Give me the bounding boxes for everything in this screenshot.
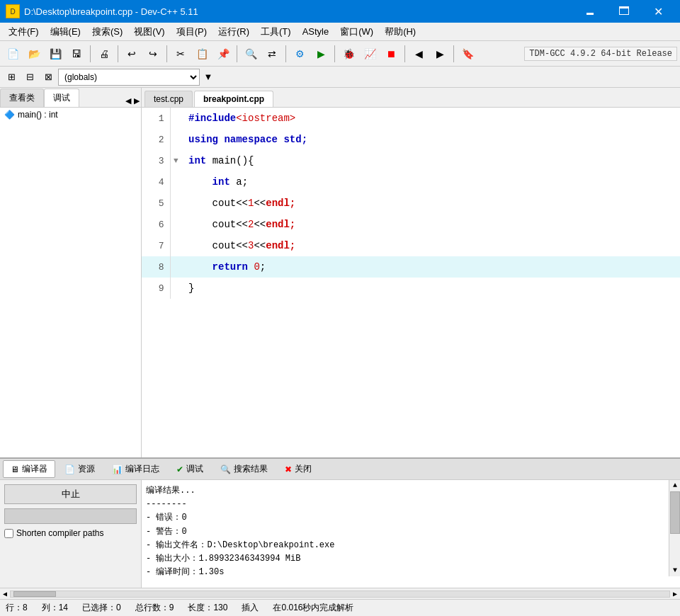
output-line: - 错误：0 [146, 511, 676, 525]
bottom-tab-search[interactable]: 🔍 搜索结果 [212, 460, 276, 478]
bottom-panel: 🖥 编译器 📄 资源 📊 编译日志 ✔ 调试 🔍 搜索结果 ✖ 关闭 [0, 457, 680, 599]
class-browser-btn3[interactable]: ⊠ [40, 69, 57, 86]
class-browser-btn1[interactable]: ⊞ [3, 69, 20, 86]
nav-tab-classes[interactable]: 查看类 [0, 89, 44, 107]
redo-button[interactable]: ↪ [143, 44, 163, 64]
stop-compile-button[interactable]: 中止 [4, 484, 137, 504]
code-cell-2[interactable]: using namespace std; [181, 129, 680, 150]
app: D D:\Desktop\breakpoint.cpp - Dev-C++ 5.… [0, 0, 680, 616]
profile-button[interactable]: 📈 [360, 44, 380, 64]
code-line-7: 7 cout<<3<<endl; [142, 235, 680, 256]
hscroll-right-btn[interactable]: ▶ [673, 590, 677, 598]
code-cell-5[interactable]: cout<<1<<endl; [181, 193, 680, 214]
debug-tab-label: 调试 [186, 463, 203, 475]
bottom-tabs: 🖥 编译器 📄 资源 📊 编译日志 ✔ 调试 🔍 搜索结果 ✖ 关闭 [0, 459, 680, 480]
debug-button[interactable]: 🐞 [339, 44, 358, 64]
bottom-tab-compiler[interactable]: 🖥 编译器 [3, 460, 55, 478]
bookmark-toggle[interactable]: 🔖 [458, 44, 477, 64]
code-cell-3[interactable]: int main(){ [181, 150, 680, 171]
output-line: - 警告：0 [146, 525, 676, 539]
menu-window[interactable]: 窗口(W) [334, 24, 379, 40]
sep8 [453, 45, 454, 62]
print-button[interactable]: 🖨 [94, 44, 114, 64]
vscroll-up-btn[interactable]: ▲ [669, 480, 680, 491]
forward-button[interactable]: ▶ [430, 44, 450, 64]
code-cell-1[interactable]: #include<iostream> [181, 108, 680, 129]
code-cell-8[interactable]: return 0; [181, 256, 680, 278]
cut-button[interactable]: ✂ [171, 44, 191, 64]
line-number-3: 3 [142, 150, 170, 171]
minimize-button[interactable]: 🗕 [574, 0, 606, 23]
maximize-button[interactable]: 🗖 [608, 0, 640, 23]
dropdown-arrow[interactable]: ▼ [200, 69, 217, 86]
replace-button[interactable]: ⇄ [262, 44, 282, 64]
code-cell-4[interactable]: int a; [181, 171, 680, 193]
shorten-paths-row: Shorten compiler paths [4, 528, 137, 538]
class-tree-item[interactable]: 🔷 main() : int [0, 108, 141, 122]
save-all-button[interactable]: 🖫 [67, 44, 86, 64]
fold-btn-6 [170, 214, 181, 235]
hscroll-left-btn[interactable]: ◀ [3, 590, 7, 598]
menu-help[interactable]: 帮助(H) [379, 24, 421, 40]
line-number-6: 6 [142, 214, 170, 235]
tab-breakpoint-cpp[interactable]: breakpoint.cpp [194, 91, 273, 107]
compiler-info: TDM-GCC 4.9.2 64-bit Release [524, 47, 677, 61]
bottom-hscroll-row: ◀ ▶ [0, 588, 680, 599]
code-area[interactable]: 1#include<iostream>2using namespace std;… [142, 108, 680, 457]
bottom-tab-debug[interactable]: ✔ 调试 [169, 460, 211, 478]
save-file-button[interactable]: 💾 [45, 44, 65, 64]
nav-tab-debug[interactable]: 调试 [44, 89, 79, 107]
code-line-3: 3▼int main(){ [142, 150, 680, 171]
stop-run-button[interactable]: ⏹ [381, 44, 401, 64]
menu-search[interactable]: 搜索(S) [86, 24, 128, 40]
paste-button[interactable]: 📌 [213, 44, 233, 64]
hscroll-bar[interactable] [10, 591, 670, 598]
line-number-8: 8 [142, 256, 170, 278]
status-bar: 行：8 列：14 已选择：0 总行数：9 长度：130 插入 在0.016秒内完… [0, 599, 680, 616]
vscroll-down-btn[interactable]: ▼ [669, 565, 680, 576]
editor-tabs: test.cpp breakpoint.cpp [142, 88, 275, 107]
shorten-paths-checkbox[interactable] [4, 529, 13, 538]
title-bar: D D:\Desktop\breakpoint.cpp - Dev-C++ 5.… [0, 0, 680, 23]
class-browser-btn2[interactable]: ⊟ [21, 69, 38, 86]
run-button[interactable]: ▶ [311, 44, 331, 64]
bottom-tab-close[interactable]: ✖ 关闭 [277, 460, 319, 478]
status-parse: 在0.016秒内完成解析 [273, 602, 353, 614]
fold-btn-3[interactable]: ▼ [170, 150, 181, 171]
bottom-tab-compile-log[interactable]: 📊 编译日志 [104, 460, 167, 478]
code-cell-6[interactable]: cout<<2<<endl; [181, 214, 680, 235]
menu-astyle[interactable]: AStyle [297, 25, 335, 38]
undo-button[interactable]: ↩ [122, 44, 142, 64]
code-cell-9[interactable]: } [181, 278, 680, 299]
code-cell-7[interactable]: cout<<3<<endl; [181, 235, 680, 256]
sep1 [90, 45, 91, 62]
compile-button[interactable]: ⚙ [290, 44, 310, 64]
menu-view[interactable]: 视图(V) [128, 24, 170, 40]
open-file-button[interactable]: 📂 [24, 44, 44, 64]
nav-tab-prev[interactable]: ◀ [124, 95, 132, 107]
line-number-1: 1 [142, 108, 170, 129]
copy-button[interactable]: 📋 [192, 44, 212, 64]
globals-dropdown[interactable]: (globals) [58, 69, 200, 86]
compiler-tab-icon: 🖥 [11, 464, 19, 474]
tabs-nav-row: 查看类 调试 ◀ ▶ test.cpp breakpoint.cpp [0, 88, 680, 108]
tab-test-cpp[interactable]: test.cpp [144, 91, 193, 107]
find-button[interactable]: 🔍 [241, 44, 261, 64]
code-line-9: 9} [142, 278, 680, 299]
nav-tab-next[interactable]: ▶ [132, 95, 141, 107]
menu-run[interactable]: 运行(R) [212, 24, 255, 40]
menu-edit[interactable]: 编辑(E) [45, 24, 86, 40]
status-mode: 插入 [242, 602, 259, 614]
close-button[interactable]: ✕ [642, 0, 674, 23]
menu-tools[interactable]: 工具(T) [255, 24, 297, 40]
menu-project[interactable]: 项目(P) [171, 24, 212, 40]
output-vscroll[interactable]: ▼ ▲ [669, 480, 680, 576]
shorten-paths-label: Shorten compiler paths [16, 528, 103, 538]
menu-file[interactable]: 文件(F) [3, 24, 45, 40]
nav-tabs: 查看类 调试 ◀ ▶ [0, 88, 142, 107]
back-button[interactable]: ◀ [409, 44, 429, 64]
sep3 [166, 45, 167, 62]
bottom-tab-resources[interactable]: 📄 资源 [57, 460, 103, 478]
new-file-button[interactable]: 📄 [3, 44, 23, 64]
debug-tab-icon: ✔ [176, 464, 183, 474]
